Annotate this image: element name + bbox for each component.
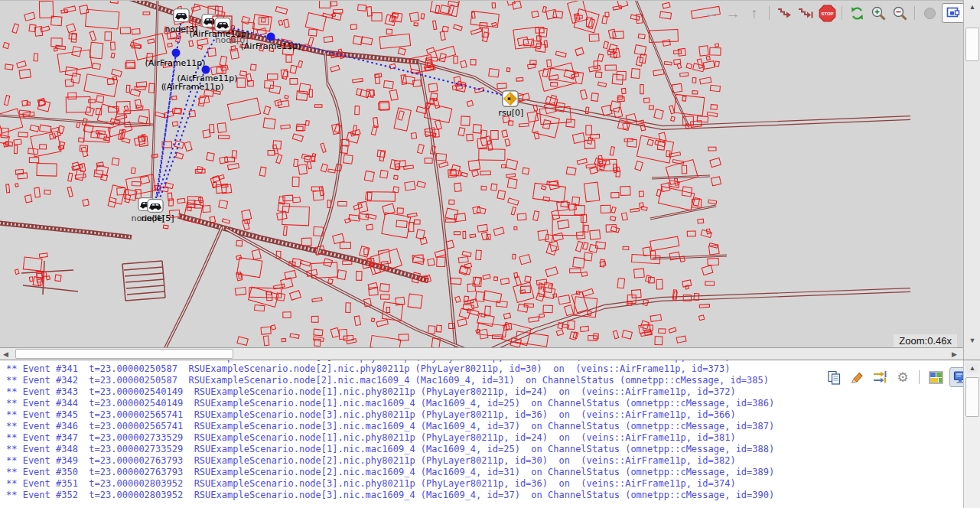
copy-icon <box>827 370 842 385</box>
layout-button[interactable] <box>926 369 945 386</box>
map-label: (AirFrame11p) <box>145 58 206 68</box>
log-row: ** Event #344 t=23.000002540149 RSUExamp… <box>6 398 963 409</box>
scroll-up-arrow[interactable]: ▲ <box>965 363 979 373</box>
log-row: ** Event #351 t=23.000002803952 RSUExamp… <box>6 478 963 490</box>
toolbar-separator <box>919 370 920 384</box>
fast-run-button[interactable] <box>796 4 815 22</box>
forward-button[interactable]: → <box>724 4 742 22</box>
scroll-right-arrow[interactable]: ▶ <box>949 349 960 360</box>
record-button[interactable] <box>920 4 939 22</box>
network-canvas[interactable]: node[3]node[0](AirFrame11p)(AirFrame11p)… <box>0 0 963 347</box>
up-button[interactable]: ↑ <box>745 4 763 22</box>
omnetpp-qtenv-window: node[3]node[0](AirFrame11p)(AirFrame11p)… <box>0 0 980 508</box>
veins-map: node[3]node[0](AirFrame11p)(AirFrame11p)… <box>0 1 963 347</box>
scroll-left-arrow[interactable]: ◀ <box>0 349 11 360</box>
record-icon <box>924 8 936 19</box>
log-row: ** Event #350 t=23.000002763793 RSUExamp… <box>6 467 963 478</box>
rsu-node-icon[interactable] <box>503 91 519 107</box>
event-log-lines: ** Event #340 t=23.00000250587 RSUExampl… <box>0 360 963 501</box>
scroll-to-end-button[interactable] <box>871 369 889 386</box>
log-settings-button[interactable]: ⚙ <box>894 369 912 386</box>
redraw-button[interactable] <box>848 4 866 22</box>
log-row: ** Event #352 t=23.000002803952 RSUExamp… <box>6 490 963 501</box>
zoom-in-button[interactable] <box>869 4 887 22</box>
copy-button[interactable] <box>825 369 843 386</box>
run-icon <box>777 5 792 21</box>
map-label: (AirFrame11p) <box>190 29 250 39</box>
log-row: ** Event #345 t=23.000002565741 RSUExamp… <box>6 409 963 421</box>
svg-text:STOP: STOP <box>821 11 833 16</box>
log-row: ** Event #347 t=23.000002733529 RSUExamp… <box>6 432 963 444</box>
log-row: ** Event #341 t=23.00000250587 RSUExampl… <box>6 363 963 375</box>
windows-icon <box>946 6 961 20</box>
map-hscroll-thumb[interactable] <box>15 349 233 359</box>
map-label: (AirFrame11p) <box>241 41 301 51</box>
fast-run-icon <box>798 5 813 21</box>
toolbar-separator <box>842 6 842 20</box>
filter-button[interactable] <box>848 369 866 386</box>
toolbar-separator <box>769 6 770 20</box>
scroll-down-arrow[interactable]: ▼ <box>965 335 979 346</box>
vehicle-node-icon[interactable] <box>148 200 163 213</box>
log-vscroll-thumb[interactable] <box>965 377 979 417</box>
back-button[interactable]: ← <box>702 4 721 22</box>
log-row: ** Event #342 t=23.00000250587 RSUExampl… <box>6 375 963 386</box>
zoom-out-icon <box>892 5 908 21</box>
map-vscroll-thumb[interactable] <box>965 28 979 61</box>
log-row: ** Event #348 t=23.000002733529 RSUExamp… <box>6 444 963 455</box>
layout-grid-icon <box>929 371 943 384</box>
show-windows-button[interactable] <box>942 3 965 23</box>
zoom-out-button[interactable] <box>890 4 909 22</box>
map-label: rsu[0] <box>499 108 524 118</box>
run-button[interactable] <box>775 4 793 22</box>
vehicle-node-icon[interactable] <box>174 9 189 22</box>
zoom-in-icon <box>871 5 887 21</box>
scroll-up-arrow[interactable]: ▲ <box>965 2 979 12</box>
event-log-panel[interactable]: ** Event #340 t=23.00000250587 RSUExampl… <box>0 360 963 508</box>
map-label: (AirFrame11p) <box>164 82 224 92</box>
map-vertical-scrollbar[interactable]: ▲ ▼ <box>963 0 980 360</box>
log-row: ** Event #346 t=23.000002565741 RSUExamp… <box>6 421 963 432</box>
log-row: ** Event #349 t=23.000002763793 RSUExamp… <box>6 455 963 467</box>
stop-button[interactable]: STOP <box>818 4 836 22</box>
map-horizontal-scrollbar[interactable]: ◀ ▶ <box>0 347 963 360</box>
gear-icon: ⚙ <box>897 371 908 384</box>
arrows-to-bar-icon <box>872 370 887 385</box>
highlighter-icon <box>849 370 864 385</box>
log-row: ** Event #343 t=23.000002540149 RSUExamp… <box>6 386 963 398</box>
main-toolbar: ← → ↑ STOP <box>702 2 965 24</box>
log-vertical-scrollbar[interactable]: ▲ <box>963 360 980 508</box>
log-toolbar: ⚙ <box>825 367 971 387</box>
toolbar-separator <box>914 6 915 20</box>
map-label: node[5] <box>141 213 174 223</box>
zoom-level-badge: Zoom:0.46x <box>894 334 957 347</box>
stop-icon: STOP <box>819 5 836 22</box>
refresh-icon <box>850 6 864 21</box>
